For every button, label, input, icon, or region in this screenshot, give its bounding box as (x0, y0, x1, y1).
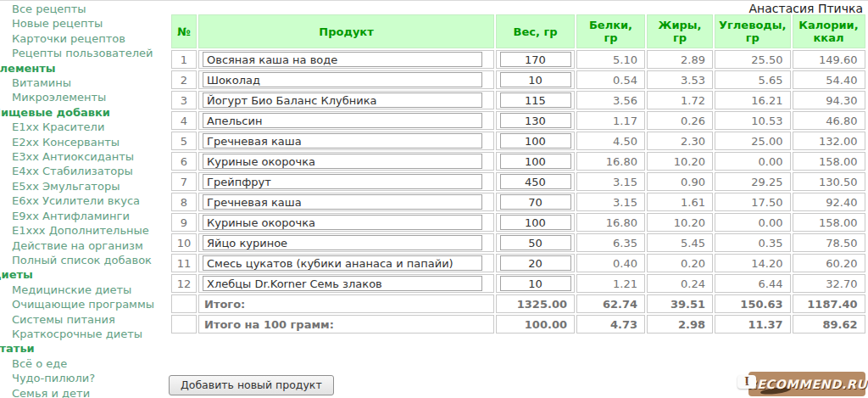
product-cell (198, 152, 494, 171)
table-row: 41.170.2610.5346.80 (171, 111, 865, 130)
product-input[interactable] (203, 133, 482, 149)
sidebar-item-е9хх-антифламинги[interactable]: Е9хх Антифламинги (0, 209, 186, 223)
page: Все рецептыНовые рецептыКарточки рецепто… (0, 0, 868, 398)
table-row: 33.561.7216.2194.30 (171, 91, 865, 109)
sidebar-item-рецепты-пользователей[interactable]: Рецепты пользователей (0, 46, 186, 60)
weight-cell (496, 193, 575, 211)
weight-input[interactable] (500, 113, 571, 128)
sidebar-item-е2хх-консерванты[interactable]: Е2хх Консерванты (0, 135, 186, 149)
row-number: 1 (171, 50, 197, 69)
product-input[interactable] (203, 72, 482, 87)
totals-per100-label: Итого на 100 грамм: (198, 315, 494, 334)
table-row: 616.8010.200.00158.00 (171, 152, 865, 171)
protein-value: 3.15 (576, 193, 645, 211)
totals-row: Итого: 1325.00 62.74 39.51 150.63 1187.4… (171, 294, 865, 313)
kcal-value: 158.00 (793, 152, 865, 171)
product-input[interactable] (203, 174, 482, 189)
protein-value: 3.15 (576, 172, 645, 191)
sidebar-item-е5хх-эмульгаторы[interactable]: Е5хх Эмульгаторы (0, 179, 186, 193)
sidebar-item-медицинские-диеты[interactable]: Медицинские диеты (0, 283, 186, 297)
sidebar-item-действие-на-организм[interactable]: Действие на организм (0, 238, 186, 253)
product-cell (198, 254, 494, 272)
fat-value: 0.26 (647, 111, 713, 130)
table-row: 110.400.2014.2060.20 (171, 254, 865, 272)
weight-cell (496, 70, 575, 89)
table-row: 54.502.3025.00132.00 (171, 132, 865, 150)
sidebar-item-полный-список-добавок[interactable]: Полный список добавок (0, 253, 186, 267)
row-number: 2 (171, 70, 197, 89)
carbs-value: 25.00 (715, 132, 791, 150)
product-cell (198, 274, 494, 293)
column-header-2: Вес, гр (496, 14, 575, 48)
sidebar-item-е1хх-красители[interactable]: Е1хх Красители (0, 120, 186, 134)
fat-value: 10.20 (647, 213, 713, 232)
weight-cell (496, 254, 575, 272)
column-header-5: Углеводы, гр (715, 14, 791, 48)
weight-input[interactable] (500, 154, 571, 169)
weight-input[interactable] (500, 235, 571, 250)
protein-value: 1.21 (576, 274, 645, 293)
weight-input[interactable] (500, 276, 571, 291)
carbs-value: 5.65 (715, 70, 791, 89)
add-product-button[interactable]: Добавить новый продукт (169, 375, 334, 395)
fat-value: 1.72 (647, 91, 713, 109)
weight-input[interactable] (500, 174, 571, 189)
product-input[interactable] (203, 52, 482, 67)
product-cell (198, 172, 494, 191)
sidebar-item-е1ххх-дополнительные[interactable]: Е1ххх Дополнительные (0, 223, 186, 238)
kcal-value: 60.20 (793, 254, 865, 272)
sidebar-item-микроэлементы[interactable]: Микроэлементы (0, 90, 186, 104)
kcal-value: 54.40 (793, 70, 865, 89)
product-input[interactable] (203, 235, 482, 250)
sidebar-item-чудо-пилюли-[interactable]: Чудо-пилюли? (0, 371, 186, 385)
totals-kcal: 1187.40 (793, 294, 865, 313)
column-header-4: Жиры, гр (647, 14, 713, 48)
table-body: 15.102.8925.50149.6020.543.535.6554.4033… (171, 50, 865, 293)
sidebar-item-новые-рецепты[interactable]: Новые рецепты (0, 16, 186, 31)
watermark-icon-letter: I (744, 376, 749, 388)
sidebar-item-системы-питания[interactable]: Системы питания (0, 312, 186, 327)
weight-input[interactable] (500, 52, 571, 67)
sidebar-item-витамины[interactable]: Витамины (0, 76, 186, 90)
product-input[interactable] (203, 113, 482, 128)
sidebar-item-е3хх-антиоксиданты[interactable]: Е3хх Антиоксиданты (0, 149, 186, 164)
sidebar-item-краткосрочные-диеты[interactable]: Краткосрочные диеты (0, 327, 186, 341)
sidebar-item-очищающие-программы[interactable]: Очищающие программы (0, 297, 186, 311)
weight-input[interactable] (500, 133, 571, 149)
weight-input[interactable] (500, 92, 571, 108)
product-cell (198, 132, 494, 150)
weight-input[interactable] (500, 215, 571, 230)
product-input[interactable] (203, 194, 482, 210)
product-cell (198, 193, 494, 211)
fat-value: 3.53 (647, 70, 713, 89)
sidebar-section-пищевые-добавки: Пищевые добавки (0, 105, 186, 120)
kcal-value: 94.30 (793, 91, 865, 109)
fat-value: 2.89 (647, 50, 713, 69)
totals-empty-cell (171, 294, 197, 313)
sidebar-item-все-рецепты[interactable]: Все рецепты (0, 2, 186, 16)
sidebar-item-е6хх-усилители-вкуса[interactable]: Е6хх Усилители вкуса (0, 193, 186, 208)
sidebar-item-всё-о-еде[interactable]: Всё о еде (0, 356, 186, 371)
product-input[interactable] (203, 92, 482, 108)
totals-per100-empty-cell (171, 315, 197, 334)
weight-input[interactable] (500, 194, 571, 210)
sidebar-item-семья-и-дети[interactable]: Семья и дети (0, 386, 186, 398)
sidebar-item-карточки-рецептов[interactable]: Карточки рецептов (0, 31, 186, 46)
totals-per100-row: Итого на 100 грамм: 100.00 4.73 2.98 11.… (171, 315, 865, 334)
product-input[interactable] (203, 255, 482, 271)
sidebar-section-элементы: Элементы (0, 61, 186, 76)
product-input[interactable] (203, 276, 482, 291)
protein-value: 6.35 (576, 233, 645, 252)
totals-weight: 1325.00 (496, 294, 575, 313)
product-input[interactable] (203, 154, 482, 169)
protein-value: 4.50 (576, 132, 645, 150)
totals-per100-kcal: 89.62 (793, 315, 865, 334)
weight-input[interactable] (500, 255, 571, 271)
weight-cell (496, 132, 575, 150)
fat-value: 0.90 (647, 172, 713, 191)
carbs-value: 16.21 (715, 91, 791, 109)
weight-input[interactable] (500, 72, 571, 87)
fat-value: 10.20 (647, 152, 713, 171)
product-input[interactable] (203, 215, 482, 230)
sidebar-item-е4хх-стабилизаторы[interactable]: Е4хх Стабилизаторы (0, 164, 186, 178)
